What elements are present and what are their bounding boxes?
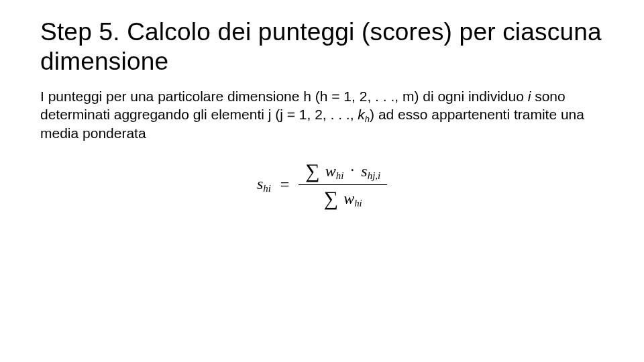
fraction: ∑ whi · shj,i ∑ whi [299, 158, 387, 212]
lhs-sub: hi [263, 183, 271, 194]
denominator: ∑ whi [299, 185, 387, 212]
formula-lhs: shi [257, 175, 271, 194]
num-w: w [325, 162, 336, 180]
multiply-dot: · [350, 161, 354, 178]
body-paragraph: I punteggi per una particolare dimension… [40, 88, 604, 143]
weighted-mean-formula: shi = ∑ whi · shj,i ∑ whi [257, 158, 387, 212]
num-s-sub: hj,i [368, 170, 380, 181]
den-w-sub: hi [354, 198, 362, 208]
sum-icon: ∑ [324, 186, 338, 210]
body-text-k: k [358, 107, 365, 122]
num-w-sub: hi [336, 170, 344, 181]
num-s: s [361, 162, 367, 180]
numerator: ∑ whi · shj,i [299, 158, 387, 185]
equals-sign: = [280, 176, 290, 194]
lhs-var: s [257, 175, 263, 192]
body-text-k-sub: h [365, 114, 370, 124]
sum-icon: ∑ [305, 159, 319, 183]
slide-title: Step 5. Calcolo dei punteggi (scores) pe… [40, 17, 604, 76]
formula-container: shi = ∑ whi · shj,i ∑ whi [40, 158, 604, 212]
body-text-1: I punteggi per una particolare dimension… [40, 88, 528, 104]
slide: Step 5. Calcolo dei punteggi (scores) pe… [0, 0, 644, 362]
den-w: w [343, 190, 354, 207]
